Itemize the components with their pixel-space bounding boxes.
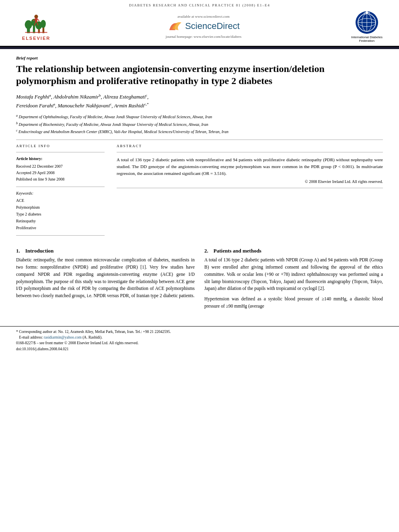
received-date: Received 22 December 2007: [16, 163, 105, 170]
sciencedirect-icon: [167, 20, 183, 32]
keywords-section: Keywords: ACE Polymorphism Type 2 diabet…: [16, 191, 105, 231]
journal-header: DIABETES RESEARCH AND CLINICAL PRACTICE …: [0, 0, 399, 47]
idf-logo-icon: [355, 10, 379, 35]
elsevier-label: ELSEVIER: [22, 36, 50, 41]
keyword-ace: ACE: [16, 197, 105, 204]
keyword-retinopathy: Retinopathy: [16, 218, 105, 224]
page-footer: * Corresponding author at: No. 12, Arame…: [0, 326, 399, 354]
article-title: The relationship between angiotensin-con…: [16, 63, 383, 87]
intro-section-title: 1. Introduction: [16, 248, 195, 254]
available-at-text: available at www.sciencedirect.com: [177, 14, 229, 18]
keyword-t2d: Type 2 diabetes: [16, 211, 105, 218]
svg-point-1: [25, 20, 32, 29]
keyword-proliferative: Proliferative: [16, 224, 105, 231]
sciencedirect-logo: ScienceDirect: [167, 20, 240, 32]
footnote-issn: 0168-8227/$ – see front matter © 2008 El…: [16, 340, 383, 346]
abstract-text: A total of 136 type 2 diabetic patients …: [117, 156, 383, 177]
history-label: Article history:: [16, 156, 105, 161]
center-logo: available at www.sciencedirect.com Scien…: [166, 14, 241, 39]
left-column: 1. Introduction Diabetic retinopathy, th…: [16, 248, 195, 313]
logo-row: ELSEVIER available at www.sciencedirect.…: [16, 10, 383, 46]
keywords-label: Keywords:: [16, 191, 105, 195]
divider-abstract-bot: [117, 188, 383, 188]
divider-info-bot: [16, 235, 105, 236]
divider-info-mid: [16, 187, 105, 187]
article-type-label: Brief report: [16, 55, 383, 60]
article-info-column: ARTICLE INFO Article history: Received 2…: [16, 144, 105, 240]
journal-title-bar: DIABETES RESEARCH AND CLINICAL PRACTICE …: [16, 3, 383, 7]
journal-homepage-text: journal homepage: www.elsevier.com/locat…: [166, 35, 241, 39]
article-history: Received 22 December 2007 Accepted 29 Ap…: [16, 163, 105, 183]
svg-rect-9: [35, 18, 37, 22]
idf-label: International Diabetes Federation: [351, 35, 383, 43]
divider-info-top: [16, 152, 105, 152]
divider-affiliations: [16, 140, 383, 140]
article-content: Brief report The relationship between an…: [0, 49, 399, 320]
authors: Mostafa Feghhia, Abdolrahim Nikzamirb, A…: [16, 92, 383, 110]
svg-line-11: [37, 18, 39, 21]
email-link[interactable]: rasidiarmin@yahoo.com: [44, 335, 82, 339]
methods-text-1: A total of 136 type 2 diabetic patients …: [204, 257, 383, 292]
right-column: 2. Patients and methods A total of 136 t…: [204, 248, 383, 313]
body-columns: 1. Introduction Diabetic retinopathy, th…: [16, 248, 383, 313]
two-col-info: ARTICLE INFO Article history: Received 2…: [16, 144, 383, 240]
published-date: Published on line 9 June 2008: [16, 176, 105, 183]
copyright-line: © 2008 Elsevier Ireland Ltd. All rights …: [117, 179, 383, 184]
keyword-polymorphism: Polymorphism: [16, 204, 105, 211]
article-info-heading: ARTICLE INFO: [16, 144, 105, 148]
footnote-corresponding: * Corresponding author at: No. 12, Arame…: [16, 329, 383, 335]
abstract-column: ABSTRACT A total of 136 type 2 diabetic …: [117, 144, 383, 240]
footnote-doi: doi:10.1016/j.diabres.2008.04.021: [16, 346, 383, 352]
svg-point-7: [41, 20, 46, 28]
elsevier-logo: ELSEVIER: [16, 13, 56, 41]
idf-logo: International Diabetes Federation: [351, 10, 383, 43]
abstract-heading: ABSTRACT: [117, 144, 383, 148]
accepted-date: Accepted 29 April 2008: [16, 170, 105, 176]
svg-point-8: [34, 14, 38, 18]
methods-section-title: 2. Patients and methods: [204, 248, 383, 254]
sciencedirect-label: ScienceDirect: [185, 21, 240, 31]
svg-point-21: [366, 11, 368, 14]
divider-abstract-top: [117, 152, 383, 152]
elsevier-tree-icon: [22, 13, 50, 35]
page: DIABETES RESEARCH AND CLINICAL PRACTICE …: [0, 0, 399, 532]
svg-rect-14: [25, 32, 47, 33]
methods-text-2: Hypertension was defined as a systolic b…: [204, 296, 383, 310]
footnote-email: E-mail address: rasidiarmin@yahoo.com (A…: [16, 335, 383, 340]
intro-text: Diabetic retinopathy, the most common mi…: [16, 257, 195, 300]
affiliations: a Department of Ophthalmology, Faculty o…: [16, 113, 383, 135]
